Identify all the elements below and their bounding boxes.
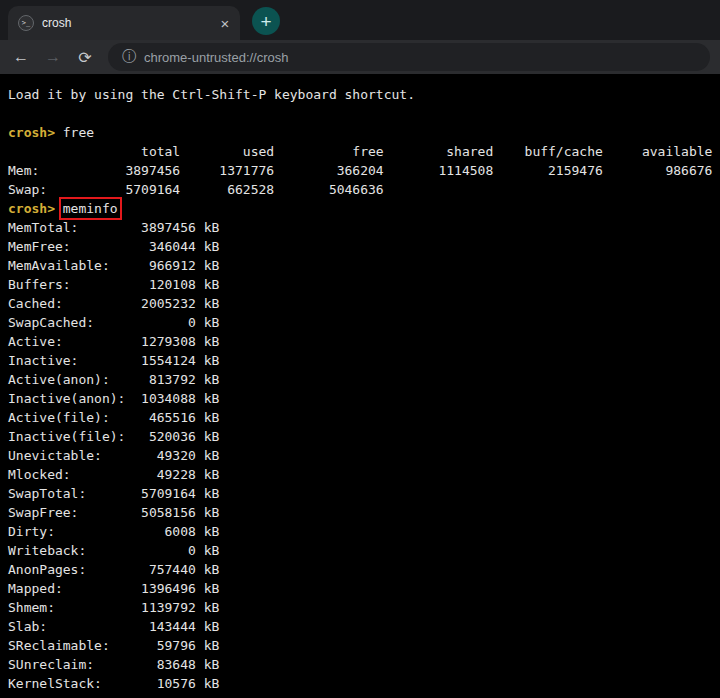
url-text: chrome-untrusted://crosh [144, 50, 289, 65]
terminal-line: Shmem: 1139792 kB [8, 598, 712, 617]
terminal-line [8, 104, 712, 123]
crosh-prompt: crosh> [8, 125, 55, 140]
terminal-line: Unevictable: 49320 kB [8, 446, 712, 465]
space [55, 201, 63, 216]
new-tab-button[interactable]: + [252, 7, 280, 35]
plus-icon: + [260, 12, 271, 31]
terminal-line: Swap: 5709164 662528 5046636 [8, 180, 712, 199]
terminal-line: AnonPages: 757440 kB [8, 560, 712, 579]
terminal-prompt-line: crosh> free [8, 123, 712, 142]
toolbar: ← → ⟳ ⓘ chrome-untrusted://crosh [0, 40, 720, 74]
crosh-favicon-icon: >_ [18, 15, 34, 31]
terminal-line: Active: 1279308 kB [8, 332, 712, 351]
back-button[interactable]: ← [8, 44, 34, 70]
terminal-line: KernelStack: 10576 kB [8, 674, 712, 693]
tab-strip: >_ crosh × + [0, 0, 720, 40]
tab-crosh[interactable]: >_ crosh × [8, 6, 240, 40]
terminal-line: MemTotal: 3897456 kB [8, 218, 712, 237]
page-info-icon[interactable]: ⓘ [122, 48, 136, 66]
terminal-line: SwapFree: 5058156 kB [8, 503, 712, 522]
terminal-line: Mapped: 1396496 kB [8, 579, 712, 598]
command-free: free [63, 125, 94, 140]
crosh-prompt: crosh> [8, 201, 55, 216]
tab-title: crosh [42, 16, 208, 30]
terminal-line: Inactive(anon): 1034088 kB [8, 389, 712, 408]
crosh-terminal[interactable]: Load it by using the Ctrl-Shift-P keyboa… [0, 74, 720, 698]
browser-window: >_ crosh × + ← → ⟳ ⓘ chrome-untrusted://… [0, 0, 720, 698]
terminal-line: Load it by using the Ctrl-Shift-P keyboa… [8, 85, 712, 104]
omnibox[interactable]: ⓘ chrome-untrusted://crosh [108, 43, 710, 71]
terminal-line: Buffers: 120108 kB [8, 275, 712, 294]
tab-close-icon[interactable]: × [216, 14, 234, 32]
terminal-line: Active(anon): 813792 kB [8, 370, 712, 389]
terminal-line: Mlocked: 49228 kB [8, 465, 712, 484]
terminal-line: Inactive: 1554124 kB [8, 351, 712, 370]
terminal-line: Cached: 2005232 kB [8, 294, 712, 313]
command-meminfo-annotation-box: meminfo [63, 201, 118, 216]
terminal-line: total used free shared buff/cache availa… [8, 142, 712, 161]
terminal-line: Inactive(file): 520036 kB [8, 427, 712, 446]
terminal-line: MemAvailable: 966912 kB [8, 256, 712, 275]
terminal-line: SUnreclaim: 83648 kB [8, 655, 712, 674]
reload-button[interactable]: ⟳ [72, 44, 98, 70]
terminal-line: Mem: 3897456 1371776 366204 1114508 2159… [8, 161, 712, 180]
terminal-line: Slab: 143444 kB [8, 617, 712, 636]
terminal-line: MemFree: 346044 kB [8, 237, 712, 256]
forward-button[interactable]: → [40, 44, 66, 70]
terminal-line: Dirty: 6008 kB [8, 522, 712, 541]
space [55, 125, 63, 140]
terminal-line: SwapCached: 0 kB [8, 313, 712, 332]
terminal-line: SReclaimable: 59796 kB [8, 636, 712, 655]
terminal-line: SwapTotal: 5709164 kB [8, 484, 712, 503]
terminal-line: Writeback: 0 kB [8, 541, 712, 560]
terminal-line: Active(file): 465516 kB [8, 408, 712, 427]
terminal-prompt-line: crosh> meminfo [8, 199, 712, 218]
